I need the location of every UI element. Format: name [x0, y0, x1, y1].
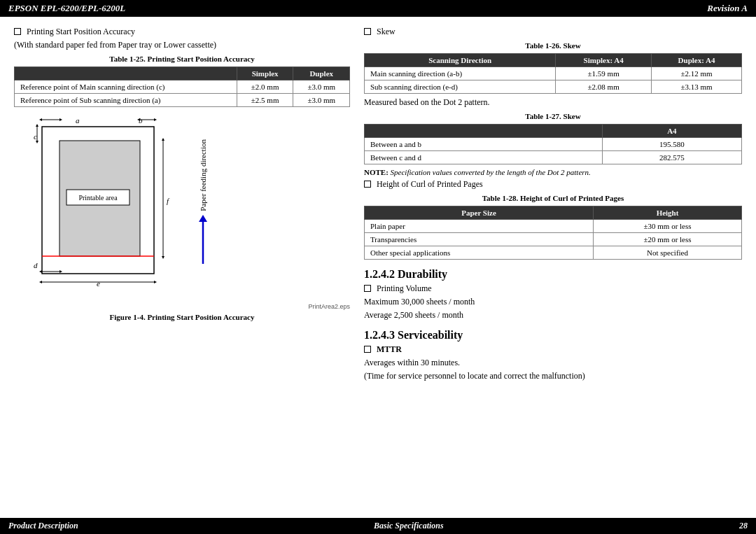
table27-r1c2: 195.580: [602, 138, 741, 151]
checkbox-bullet-5: [364, 346, 371, 353]
diagram-wrapper: Printable area a b c: [14, 113, 203, 297]
figure-caption: Figure 1-4. Printing Start Position Accu…: [14, 313, 350, 321]
table27-col1: A4: [602, 125, 741, 138]
time-note: (Time for service personnel to locate an…: [364, 371, 742, 381]
averages-text: Averages within 30 minutes.: [364, 358, 742, 368]
table-row: Transparencies ±20 mm or less: [365, 233, 742, 246]
table28-r3c2: Not specified: [594, 246, 742, 260]
table26-r1c2: ±1.59 mm: [556, 67, 652, 80]
table25-r1c1: Reference point of Main scanning directi…: [15, 80, 237, 94]
table28-col1: Height: [594, 206, 742, 220]
diagram-container: Printable area a b c: [14, 113, 350, 297]
table28-r1c1: Plain paper: [365, 220, 594, 233]
svg-text:Printable area: Printable area: [78, 194, 118, 202]
figure-caption-text: Figure 1-4. Printing Start Position Accu…: [110, 313, 255, 321]
page-footer: Product Description Basic Specifications…: [0, 518, 756, 534]
svg-marker-26: [162, 138, 164, 141]
table-row: Sub scanning direction (e-d) ±2.08 mm ±3…: [365, 80, 742, 94]
table25-r2c3: ±3.0 mm: [293, 94, 350, 107]
table26-r2c1: Sub scanning direction (e-d): [365, 80, 556, 94]
paper-feeding-direction: Paper feeding direction: [196, 139, 210, 271]
table-row: Reference point of Main scanning directi…: [15, 80, 350, 94]
table-row: Plain paper ±30 mm or less: [365, 220, 742, 233]
measured-note: Measured based on the Dot 2 pattern.: [364, 97, 742, 108]
note-text: NOTE: Specification values converted by …: [364, 168, 742, 176]
paper-feeding-label: Paper feeding direction: [199, 139, 207, 211]
mttr-label: MTTR: [364, 344, 742, 355]
footer-right: 28: [739, 521, 748, 531]
table-25: Simplex Duplex Reference point of Main s…: [14, 66, 350, 107]
svg-marker-15: [36, 141, 38, 143]
table-26: Scanning Direction Simplex: A4 Duplex: A…: [364, 53, 742, 94]
skew-label: Skew: [364, 27, 742, 37]
printing-start-note: (With standard paper fed from Paper tray…: [14, 40, 350, 50]
curl-label: Height of Curl of Printed Pages: [364, 179, 742, 190]
mttr-text: MTTR: [377, 344, 402, 354]
svg-text:a: a: [76, 116, 80, 125]
avg-sheets: Average 2,500 sheets / month: [364, 310, 742, 321]
table27-r2c1: Between c and d: [365, 151, 603, 164]
table-27: A4 Between a and b 195.580 Between c and…: [364, 124, 742, 164]
right-column: Skew Table 1-26. Skew Scanning Direction…: [364, 24, 742, 507]
page-header: EPSON EPL-6200/EPL-6200L Revision A: [0, 0, 756, 17]
table26-col2: Duplex: A4: [652, 54, 742, 67]
svg-marker-8: [39, 118, 42, 121]
table25-r1c3: ±3.0 mm: [293, 80, 350, 94]
max-sheets: Maximum 30,000 sheets / month: [364, 297, 742, 307]
header-right: Revision A: [707, 3, 748, 14]
note-bold: NOTE:: [364, 168, 391, 176]
checkbox-bullet-1: [14, 28, 21, 35]
svg-marker-27: [162, 256, 164, 259]
table-row: Between c and d 282.575: [365, 151, 742, 164]
table25-caption: Table 1-25. Printing Start Position Accu…: [14, 55, 350, 63]
printing-start-label: Printing Start Position Accuracy: [14, 27, 350, 37]
table26-r1c1: Main scanning direction (a-b): [365, 67, 556, 80]
checkbox-bullet-2: [364, 28, 371, 35]
header-left: EPSON EPL-6200/EPL-6200L: [8, 3, 125, 14]
table-row: Reference point of Sub scanning directio…: [15, 94, 350, 107]
printing-volume-label: Printing Volume: [364, 283, 742, 294]
svg-text:d: d: [34, 261, 38, 269]
printing-diagram: Printable area a b c: [14, 113, 203, 295]
table-row: Other special applications Not specified: [365, 246, 742, 260]
table-row: Between a and b 195.580: [365, 138, 742, 151]
svg-marker-9: [59, 118, 62, 121]
table-row: Main scanning direction (a-b) ±1.59 mm ±…: [365, 67, 742, 80]
table25-r2c2: ±2.5 mm: [237, 94, 293, 107]
table25-r2c1: Reference point of Sub scanning directio…: [15, 94, 237, 107]
table25-col1: Simplex: [237, 67, 293, 80]
table27-r2c2: 282.575: [602, 151, 741, 164]
svg-marker-12: [154, 118, 157, 121]
table-28: Paper Size Height Plain paper ±30 mm or …: [364, 206, 742, 260]
table26-r2c3: ±3.13 mm: [652, 80, 742, 94]
table27-col0: [365, 125, 603, 138]
page-content: Printing Start Position Accuracy (With s…: [0, 17, 756, 514]
diagram-filename: PrintArea2.eps: [14, 303, 350, 310]
svg-marker-30: [199, 215, 207, 222]
svg-marker-23: [154, 281, 157, 283]
table28-r2c2: ±20 mm or less: [594, 233, 742, 246]
table26-col0: Scanning Direction: [365, 54, 556, 67]
table27-caption: Table 1-27. Skew: [364, 112, 742, 120]
footer-center: Basic Specifications: [374, 521, 444, 531]
svg-text:c: c: [34, 132, 37, 141]
table27-r1c1: Between a and b: [365, 138, 603, 151]
table26-caption: Table 1-26. Skew: [364, 41, 742, 50]
table26-col1: Simplex: A4: [556, 54, 652, 67]
table28-r1c2: ±30 mm or less: [594, 220, 742, 233]
svg-marker-18: [39, 270, 42, 273]
durability-title: 1.2.4.2 Durability: [364, 268, 742, 281]
footer-left: Product Description: [8, 521, 78, 531]
serviceability-title: 1.2.4.3 Serviceability: [364, 329, 742, 342]
table25-r1c2: ±2.0 mm: [237, 80, 293, 94]
table26-r2c2: ±2.08 mm: [556, 80, 652, 94]
table28-caption: Table 1-28. Height of Curl of Printed Pa…: [364, 194, 742, 202]
svg-marker-22: [39, 281, 42, 283]
left-column: Printing Start Position Accuracy (With s…: [14, 24, 350, 507]
checkbox-bullet-3: [364, 181, 371, 188]
svg-text:e: e: [97, 279, 100, 288]
table28-r3c1: Other special applications: [365, 246, 594, 260]
checkbox-bullet-4: [364, 285, 371, 292]
table28-r2c1: Transparencies: [365, 233, 594, 246]
table28-col0: Paper Size: [365, 206, 594, 220]
